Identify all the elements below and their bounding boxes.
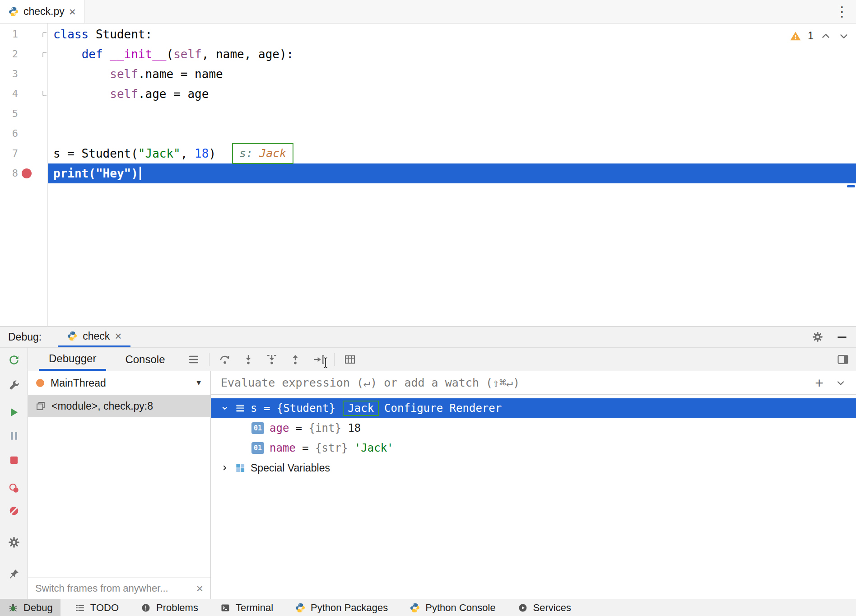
variable-text: {str} [315, 442, 348, 454]
code-token: , name, age): [202, 47, 294, 61]
chevron-down-icon[interactable] [220, 403, 230, 413]
thread-selector[interactable]: MainThread ▼ [28, 371, 210, 395]
gutter-row-6[interactable]: 6 [0, 124, 47, 144]
evaluate-expression-bar[interactable]: Evaluate expression (↵) or add a watch (… [211, 371, 856, 395]
gutter-row-5[interactable]: 5 [0, 104, 47, 124]
variable-text: {Student} [277, 402, 335, 415]
statusbar-item-python-console[interactable]: Python Console [402, 599, 503, 616]
statusbar-item-python-packages[interactable]: Python Packages [287, 599, 395, 616]
code-line-6[interactable] [48, 124, 856, 144]
step-over-icon[interactable] [218, 353, 232, 366]
code-line-2[interactable]: def __init__(self, name, age): [48, 44, 856, 64]
chevron-right-icon[interactable] [220, 463, 230, 473]
code-line-3[interactable]: self.name = name [48, 64, 856, 84]
code-line-8[interactable]: print("Hey") [48, 163, 856, 183]
view-as-table-icon[interactable] [343, 353, 357, 366]
gutter-row-2[interactable]: 2 [0, 44, 47, 64]
primitive-value-icon: 01 [251, 442, 264, 454]
code-line-1[interactable]: class Student: [48, 24, 856, 44]
close-tab-icon[interactable]: × [69, 6, 76, 18]
view-breakpoints-icon[interactable] [7, 481, 21, 495]
line-number: 8 [0, 163, 18, 183]
code-line-7[interactable]: s = Student("Jack", 18)s:Jack [48, 144, 856, 163]
thread-status-icon [36, 379, 44, 387]
editor-more-options-icon[interactable]: ⋮ [835, 4, 849, 19]
python-run-icon [67, 331, 78, 341]
step-into-my-code-icon[interactable] [265, 353, 279, 366]
terminal-icon [220, 602, 231, 613]
configure-renderer-link[interactable]: Configure Renderer [384, 402, 502, 415]
special-variables-label: Special Variables [251, 462, 330, 474]
gutter-row-1[interactable]: 1 [0, 24, 47, 44]
settings-gear-icon[interactable] [812, 331, 823, 343]
dismiss-hint-icon[interactable]: × [196, 583, 203, 594]
chevron-up-icon[interactable] [820, 30, 832, 42]
stop-program-icon[interactable] [7, 453, 21, 467]
variable-row-special-variables[interactable]: Special Variables [211, 458, 856, 478]
hide-toolwindow-icon[interactable] [836, 331, 848, 343]
code-token [53, 67, 110, 81]
pin-tab-icon[interactable] [7, 567, 21, 581]
close-session-icon[interactable]: × [115, 330, 121, 342]
editor-tab-check-py[interactable]: check.py × [0, 0, 84, 23]
line-number: 2 [0, 44, 18, 64]
statusbar-item-services[interactable]: Services [510, 599, 579, 616]
text-caret [140, 167, 141, 180]
code-token: print("Hey") [53, 167, 138, 180]
gutter-row-4[interactable]: 4 [0, 84, 47, 104]
mute-breakpoints-icon[interactable] [7, 504, 21, 518]
thread-dropdown-icon[interactable]: ▼ [195, 379, 202, 387]
code-token: 18 [195, 147, 209, 160]
gutter-row-7[interactable]: 7 [0, 144, 47, 163]
debug-settings-icon[interactable] [7, 536, 21, 549]
stack-frame-row[interactable]: <module>, check.py:8 [28, 395, 210, 417]
code-line-4[interactable]: self.age = age [48, 84, 856, 104]
statusbar-label: Problems [156, 602, 198, 614]
breakpoint-icon[interactable] [22, 168, 32, 178]
debugger-toolbar: Debugger Console [28, 348, 856, 371]
resume-program-icon[interactable] [7, 406, 21, 419]
line-number: 3 [0, 64, 18, 84]
editor-code[interactable]: class Student: def __init__(self, name, … [48, 23, 856, 326]
renderer-value-box: Jack [343, 401, 379, 416]
code-token [53, 87, 110, 101]
rerun-debug-icon[interactable] [7, 353, 21, 367]
code-token: ) [209, 147, 216, 160]
variable-row-name[interactable]: 01name = {str} 'Jack' [211, 438, 856, 458]
code-token: s = Student( [53, 147, 138, 160]
show-execution-point-icon[interactable] [187, 353, 200, 366]
fold-start-icon[interactable] [42, 31, 48, 37]
variables-panel: Evaluate expression (↵) or add a watch (… [211, 371, 856, 599]
tab-debugger[interactable]: Debugger [39, 348, 106, 371]
editor-tab-bar: check.py × ⋮ [0, 0, 856, 23]
variable-text: age [270, 422, 289, 434]
variable-row-s[interactable]: s = {Student} JackConfigure Renderer [211, 398, 856, 418]
code-token: class [53, 28, 88, 41]
variables-tree: s = {Student} JackConfigure Renderer01ag… [211, 395, 856, 478]
problems-icon [140, 602, 151, 613]
statusbar-item-terminal[interactable]: Terminal [212, 599, 281, 616]
gutter-row-8[interactable]: 8 [0, 163, 47, 183]
statusbar-item-todo[interactable]: TODO [67, 599, 126, 616]
modify-run-configuration-icon[interactable] [7, 378, 21, 392]
services-icon [517, 602, 528, 613]
fold-end-icon[interactable] [42, 91, 48, 97]
step-into-icon[interactable] [242, 353, 255, 366]
expand-evaluate-icon[interactable] [835, 378, 846, 388]
statusbar-item-debug[interactable]: Debug [0, 599, 60, 616]
fold-start-icon[interactable] [42, 51, 48, 57]
statusbar-label: Terminal [236, 602, 273, 614]
add-watch-icon[interactable]: + [815, 376, 823, 390]
python-icon [295, 602, 306, 613]
chevron-down-icon[interactable] [838, 30, 850, 42]
layout-settings-icon[interactable] [836, 353, 850, 366]
variable-row-age[interactable]: 01age = {int} 18 [211, 418, 856, 438]
tab-console[interactable]: Console [115, 348, 175, 371]
step-out-icon[interactable] [288, 353, 302, 366]
debug-session-tab[interactable]: check × [58, 327, 130, 347]
gutter-row-3[interactable]: 3 [0, 64, 47, 84]
execution-stripe-mark[interactable] [847, 185, 855, 187]
statusbar-item-problems[interactable]: Problems [133, 599, 206, 616]
pause-program-icon[interactable] [7, 429, 21, 443]
code-line-5[interactable] [48, 104, 856, 124]
